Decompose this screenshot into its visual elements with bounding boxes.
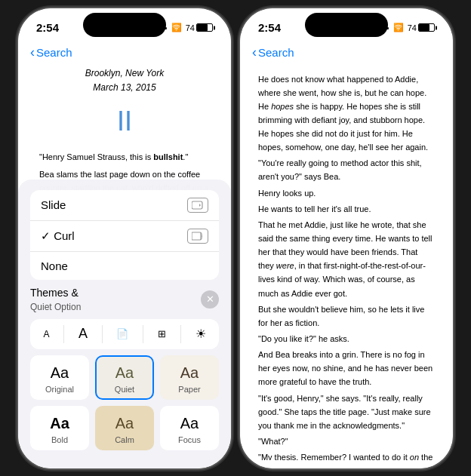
overlay-panel: Slide ✓ Curl None (18, 180, 231, 468)
layout-icon[interactable]: ⊞ (158, 328, 166, 339)
wifi-icon-left: 🛜 (171, 23, 182, 32)
quiet-option-label: Quiet Option (30, 302, 81, 312)
battery-fill-left (197, 24, 208, 31)
theme-original-aa: Aa (51, 364, 69, 382)
dynamic-island-right (305, 13, 388, 37)
book-header: Brooklyn, New York March 13, 2015 (39, 66, 210, 95)
rp-para-9: "What?" (258, 435, 435, 448)
header-line1: Brooklyn, New York (39, 66, 210, 81)
svg-rect-1 (192, 232, 201, 240)
theme-grid: Aa Original Aa Quiet Aa Paper Aa Bold (30, 355, 219, 450)
small-font-icon: A (43, 329, 49, 339)
theme-calm-aa: Aa (115, 415, 134, 432)
nav-bar-right: ‹ Search (240, 41, 453, 66)
chevron-left-icon: ‹ (30, 45, 35, 60)
status-icons-left: ▪▪▪ 🛜 74 (159, 23, 213, 32)
theme-quiet-aa: Aa (115, 364, 134, 382)
font-ctrl-divider-3 (143, 325, 143, 343)
slide-option-curl[interactable]: ✓ Curl (30, 221, 219, 252)
phones-container: 2:54 ▪▪▪ 🛜 74 ‹ Search (18, 8, 453, 468)
chevron-left-icon-right: ‹ (252, 45, 257, 60)
theme-calm-label: Calm (115, 435, 134, 444)
theme-bold-label: Bold (51, 435, 68, 444)
rp-para-4: That he met Addie, just like he wrote, t… (258, 218, 435, 300)
font-ctrl-divider-4 (180, 325, 181, 343)
theme-paper[interactable]: Aa Paper (160, 355, 219, 400)
curl-label: ✓ Curl (41, 229, 75, 243)
left-phone: 2:54 ▪▪▪ 🛜 74 ‹ Search (18, 8, 231, 468)
back-label-right: Search (258, 46, 294, 59)
back-button-left[interactable]: ‹ Search (30, 45, 72, 60)
theme-focus[interactable]: Aa Focus (160, 406, 219, 450)
book-content-right: He does not know what happened to Addie,… (240, 66, 453, 460)
book-para-0: "Henry Samuel Strauss, this is bullshit.… (39, 150, 210, 164)
slide-label: Slide (41, 198, 66, 211)
slide-options: Slide ✓ Curl None (30, 190, 219, 280)
right-phone: 2:54 ▪▪▪ 🛜 74 ‹ Search (240, 8, 453, 468)
none-label: None (41, 259, 68, 272)
header-line2: March 13, 2015 (39, 81, 210, 95)
battery-bar-left (196, 23, 213, 32)
font-ctrl-divider-2 (102, 325, 103, 343)
battery-left: 74 (186, 23, 213, 32)
slide-option-slide[interactable]: Slide (30, 190, 219, 221)
back-label-left: Search (36, 46, 72, 59)
rp-para-8: "It's good, Henry," she says. "It's real… (258, 392, 435, 432)
wifi-icon-right: 🛜 (393, 23, 404, 32)
theme-original[interactable]: Aa Original (30, 355, 89, 400)
slide-option-none[interactable]: None (30, 252, 219, 280)
large-font-icon: A (78, 326, 88, 342)
status-time-left: 2:54 (36, 21, 59, 34)
rp-para-5: But she wouldn't believe him, so he lets… (258, 302, 435, 330)
rp-para-7: And Bea breaks into a grin. There is no … (258, 348, 435, 388)
status-time-right: 2:54 (258, 21, 281, 34)
rp-para-10: "My thesis. Remember? I wanted to do it … (258, 450, 435, 459)
theme-focus-label: Focus (178, 435, 201, 444)
slide-icon (187, 198, 208, 213)
dynamic-island-left (83, 13, 166, 37)
nav-bar-left: ‹ Search (18, 41, 231, 66)
font-ctrl-divider-1 (63, 325, 64, 343)
brightness-icon[interactable]: ☀ (195, 327, 206, 341)
battery-num-right: 74 (408, 23, 417, 32)
theme-paper-label: Paper (178, 385, 200, 394)
back-button-right[interactable]: ‹ Search (252, 45, 294, 60)
rp-para-1: "You're really going to method actor thi… (258, 156, 435, 183)
battery-right: 74 (408, 23, 435, 32)
themes-label: Themes & Quiet Option (30, 286, 81, 313)
font-type-icon[interactable]: 📄 (116, 328, 128, 339)
theme-paper-aa: Aa (180, 364, 199, 382)
theme-quiet-label: Quiet (115, 385, 134, 394)
battery-num-left: 74 (186, 23, 195, 32)
theme-focus-aa: Aa (180, 415, 199, 432)
font-controls: A A 📄 ⊞ ☀ (30, 319, 219, 349)
close-button[interactable]: ✕ (201, 290, 219, 309)
status-icons-right: ▪▪▪ 🛜 74 (380, 23, 435, 32)
battery-bar-right (418, 23, 435, 32)
rp-para-0: He does not know what happened to Addie,… (258, 72, 435, 155)
theme-bold-aa: Aa (50, 415, 69, 432)
rp-para-6: "Do you like it?" he asks. (258, 332, 435, 345)
theme-bold[interactable]: Aa Bold (30, 406, 89, 450)
curl-icon (187, 229, 208, 244)
theme-quiet[interactable]: Aa Quiet (95, 355, 154, 400)
battery-fill-right (419, 24, 429, 31)
theme-original-label: Original (45, 385, 74, 394)
rp-para-2: Henry looks up. (258, 186, 435, 200)
theme-calm[interactable]: Aa Calm (95, 406, 154, 450)
chapter-num: II (39, 100, 210, 143)
themes-title: Themes & (30, 287, 78, 299)
rp-para-3: He wants to tell her it's all true. (258, 202, 435, 216)
themes-header: Themes & Quiet Option ✕ (30, 286, 219, 313)
